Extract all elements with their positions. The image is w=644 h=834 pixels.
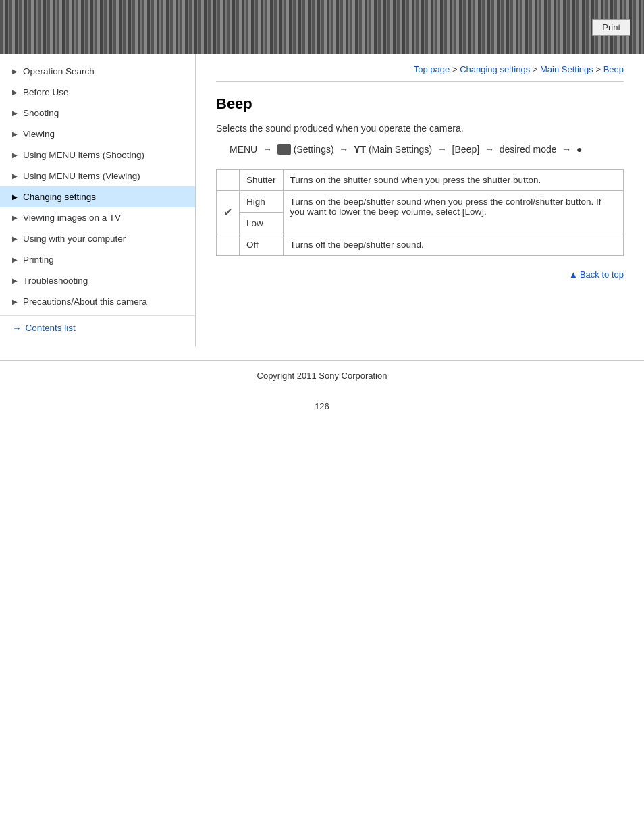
sidebar-item-7[interactable]: ▶Viewing images on a TV [0,207,195,228]
row-mode-3: Off [240,234,284,256]
triangle-icon: ▲ [569,269,578,280]
row-desc-0: Turns on the shutter sound when you pres… [283,170,623,191]
back-to-top: ▲Back to top [216,269,624,280]
sidebar-item-label-0: Operation Search [23,66,95,76]
sidebar-arrow-icon-0: ▶ [12,68,18,75]
sidebar-item-5[interactable]: ▶Using MENU items (Viewing) [0,165,195,186]
arrow-right-icon: → [12,323,22,333]
sidebar-arrow-icon-4: ▶ [12,151,18,159]
sidebar-item-label-10: Troubleshooting [23,276,88,286]
row-icon-1: ✔ [217,191,240,234]
sidebar: ▶Operation Search▶Before Use▶Shooting▶Vi… [0,54,196,346]
sidebar-arrow-icon-11: ▶ [12,298,18,305]
row-desc-3: Turns off the beep/shutter sound. [283,234,623,256]
back-to-top-link[interactable]: Back to top [580,269,624,280]
sidebar-item-label-9: Printing [23,255,54,265]
contents-list-link[interactable]: → Contents list [0,315,195,340]
row-mode-2: Low [240,213,284,234]
settings-table: Shutter Turns on the shutter sound when … [216,169,624,256]
row-mode-0: Shutter [240,170,284,191]
copyright-text: Copyright 2011 Sony Corporation [257,371,387,381]
breadcrumb-sep1: > [450,64,460,74]
sidebar-item-label-5: Using MENU items (Viewing) [23,171,140,181]
breadcrumb-beep[interactable]: Beep [603,64,624,74]
sidebar-item-label-3: Viewing [23,129,55,139]
breadcrumb-top-page[interactable]: Top page [414,64,450,74]
settings-icon [277,144,291,155]
sidebar-arrow-icon-5: ▶ [12,172,18,180]
sidebar-item-label-4: Using MENU items (Shooting) [23,150,144,160]
table-row: Shutter Turns on the shutter sound when … [217,170,624,191]
sidebar-item-9[interactable]: ▶Printing [0,249,195,270]
row-mode-1: High [240,191,284,213]
table-row: Off Turns off the beep/shutter sound. [217,234,624,256]
sidebar-item-4[interactable]: ▶Using MENU items (Shooting) [0,145,195,165]
page-number: 126 [0,391,644,421]
breadcrumb-sep3: > [593,64,603,74]
table-row: ✔ High Turns on the beep/shutter sound w… [217,191,624,213]
breadcrumb-sep2: > [530,64,540,74]
sidebar-arrow-icon-7: ▶ [12,214,18,221]
sidebar-item-10[interactable]: ▶Troubleshooting [0,270,195,291]
description: Selects the sound produced when you oper… [216,123,624,134]
sidebar-item-0[interactable]: ▶Operation Search [0,61,195,82]
sidebar-item-6[interactable]: ▶Changing settings [0,186,195,207]
sidebar-arrow-icon-3: ▶ [12,130,18,138]
sidebar-item-11[interactable]: ▶Precautions/About this camera [0,291,195,312]
sidebar-item-label-8: Using with your computer [23,234,126,244]
sidebar-item-label-1: Before Use [23,87,69,97]
header-bar: Print [0,0,644,54]
sidebar-arrow-icon-9: ▶ [12,256,18,263]
footer: Copyright 2011 Sony Corporation [0,360,644,391]
page-title: Beep [216,95,624,113]
sidebar-arrow-icon-6: ▶ [12,193,18,201]
sidebar-arrow-icon-2: ▶ [12,109,18,117]
sidebar-item-3[interactable]: ▶Viewing [0,124,195,145]
sidebar-arrow-icon-10: ▶ [12,277,18,284]
breadcrumb: Top page > Changing settings > Main Sett… [216,54,624,82]
print-button[interactable]: Print [592,19,630,36]
sidebar-arrow-icon-1: ▶ [12,88,18,96]
sidebar-arrow-icon-8: ▶ [12,235,18,242]
row-icon-0 [217,170,240,191]
sidebar-item-label-11: Precautions/About this camera [23,296,147,307]
sidebar-item-2[interactable]: ▶Shooting [0,103,195,124]
menu-path: MENU → (Settings) → YT (Main Settings) →… [216,144,624,155]
breadcrumb-main-settings[interactable]: Main Settings [540,64,593,74]
sidebar-item-label-2: Shooting [23,108,59,118]
checkmark-icon: ✔ [223,207,232,218]
row-icon-3 [217,234,240,256]
main-container: ▶Operation Search▶Before Use▶Shooting▶Vi… [0,54,644,346]
sidebar-item-label-7: Viewing images on a TV [23,213,121,223]
sidebar-item-label-6: Changing settings [23,192,96,202]
sidebar-item-8[interactable]: ▶Using with your computer [0,228,195,249]
sidebar-item-1[interactable]: ▶Before Use [0,82,195,103]
content-area: Top page > Changing settings > Main Sett… [196,54,644,346]
main-settings-icon: YT [354,144,366,155]
breadcrumb-changing-settings[interactable]: Changing settings [460,64,530,74]
row-desc-1: Turns on the beep/shutter sound when you… [283,191,623,234]
contents-list-label: Contents list [26,323,76,333]
